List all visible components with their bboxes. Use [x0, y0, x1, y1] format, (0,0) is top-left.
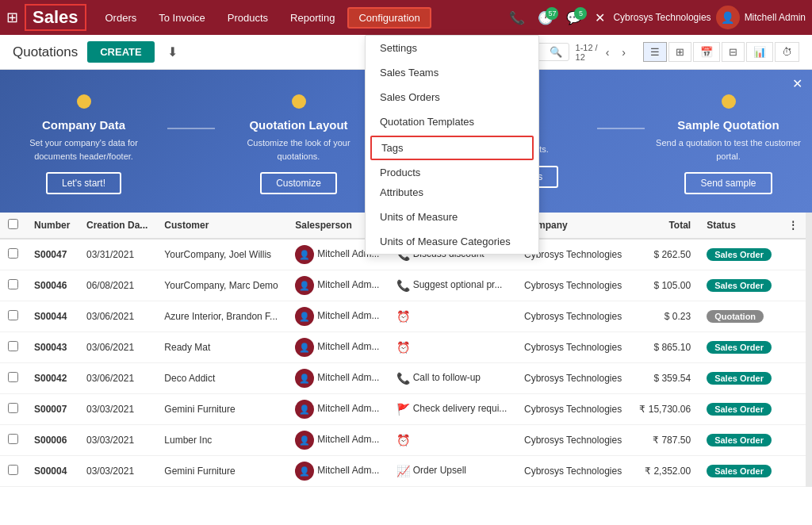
table-row[interactable]: S00043 03/06/2021 Ready Mat 👤Mitchell Ad… — [0, 332, 806, 363]
row-checkbox[interactable] — [8, 279, 18, 289]
prev-page-button[interactable]: ‹ — [601, 44, 615, 60]
col-total[interactable]: Total — [631, 213, 699, 239]
cell-number[interactable]: S00044 — [26, 301, 79, 332]
grid-icon[interactable]: ⊞ — [6, 9, 18, 26]
avatar[interactable]: 👤 — [716, 6, 740, 29]
menu-tags[interactable]: Tags — [370, 136, 534, 160]
select-all-checkbox[interactable] — [8, 219, 18, 229]
list-view-button[interactable]: ☰ — [643, 42, 667, 62]
status-badge: Sales Order — [707, 465, 772, 477]
col-date[interactable]: Creation Da... — [79, 213, 156, 239]
table-row[interactable]: S00006 03/03/2021 Lumber Inc 👤Mitchell A… — [0, 425, 806, 456]
row-checkbox-cell[interactable] — [0, 270, 26, 301]
col-number[interactable]: Number — [26, 213, 79, 239]
cell-number[interactable]: S00047 — [26, 239, 79, 270]
activity-view-button[interactable]: ⏱ — [775, 42, 799, 62]
table-row[interactable]: S00004 03/03/2021 Gemini Furniture 👤Mitc… — [0, 456, 806, 487]
cell-total: ₹ 787.50 — [631, 425, 699, 456]
cell-customer: Lumber Inc — [156, 425, 287, 456]
create-button[interactable]: CREATE — [87, 41, 154, 63]
cell-actions — [780, 363, 806, 394]
calendar-view-button[interactable]: 📅 — [693, 42, 720, 62]
cell-number[interactable]: S00042 — [26, 363, 79, 394]
nav-reporting[interactable]: Reporting — [281, 9, 344, 27]
menu-sales-teams[interactable]: Sales Teams — [366, 60, 538, 85]
cell-number[interactable]: S00007 — [26, 394, 79, 425]
status-badge: Sales Order — [707, 403, 772, 416]
clock-icon[interactable]: 🕐57 — [533, 10, 558, 25]
status-badge: Quotation — [707, 310, 764, 323]
row-checkbox[interactable] — [8, 310, 18, 320]
nav-configuration[interactable]: Configuration — [347, 7, 431, 29]
row-checkbox[interactable] — [8, 372, 18, 382]
step-desc-2: Customize the look of your quotations. — [224, 136, 373, 163]
cell-status: Sales Order — [699, 425, 780, 456]
table-row[interactable]: S00007 03/03/2021 Gemini Furniture 👤Mitc… — [0, 394, 806, 425]
app-brand[interactable]: Sales — [25, 4, 86, 31]
send-sample-button[interactable]: Send sample — [684, 172, 772, 194]
cell-number[interactable]: S00006 — [26, 425, 79, 456]
nav-orders[interactable]: Orders — [96, 9, 147, 27]
step-desc-4: Send a quotation to test the customer po… — [654, 136, 802, 163]
row-checkbox-cell[interactable] — [0, 363, 26, 394]
menu-quotation-templates[interactable]: Quotation Templates — [366, 109, 538, 134]
menu-units-of-measure-categories[interactable]: Units of Measure Categories — [366, 229, 538, 254]
row-checkbox[interactable] — [8, 248, 18, 259]
cell-activity: ⏰ — [389, 301, 516, 332]
phone-icon[interactable]: 📞 — [504, 10, 530, 25]
row-checkbox-cell[interactable] — [0, 425, 26, 456]
kanban-view-button[interactable]: ⊞ — [668, 42, 691, 62]
cell-activity: ⏰ — [389, 425, 516, 456]
nav-to-invoice[interactable]: To Invoice — [149, 9, 215, 27]
activity-icon: ⏰ — [396, 341, 410, 354]
cell-actions — [780, 332, 806, 363]
menu-attributes[interactable]: Attributes — [366, 180, 538, 205]
cell-actions — [780, 301, 806, 332]
row-checkbox[interactable] — [8, 465, 18, 475]
cell-activity: 📞Suggest optional pr... — [389, 270, 516, 301]
menu-products-header[interactable]: Products — [366, 162, 538, 180]
menu-sales-orders[interactable]: Sales Orders — [366, 85, 538, 109]
row-checkbox[interactable] — [8, 434, 18, 444]
step-title-4: Sample Quotation — [677, 118, 779, 132]
status-badge: Sales Order — [707, 434, 772, 446]
cell-number[interactable]: S00046 — [26, 270, 79, 301]
banner-step-layout: Quotation Layout Customize the look of y… — [215, 94, 382, 194]
banner-close-button[interactable]: ✕ — [792, 76, 802, 91]
cell-salesperson: 👤Mitchell Adm... — [287, 425, 388, 456]
step-connector-3 — [597, 128, 645, 129]
row-checkbox-cell[interactable] — [0, 394, 26, 425]
pagination-text: 1-12 / 12 — [576, 43, 598, 62]
cell-customer: Azure Interior, Brandon F... — [156, 301, 287, 332]
cell-company: Cybrosys Technologies — [516, 301, 631, 332]
grid-view-button[interactable]: ⊟ — [722, 42, 745, 62]
col-customer[interactable]: Customer — [156, 213, 287, 239]
settings-icon[interactable]: ✕ — [590, 10, 610, 25]
menu-settings[interactable]: Settings — [366, 36, 538, 60]
top-navigation: ⊞ Sales Orders To Invoice Products Repor… — [0, 0, 812, 35]
row-checkbox-cell[interactable] — [0, 456, 26, 487]
next-page-button[interactable]: › — [617, 44, 630, 60]
cell-number[interactable]: S00004 — [26, 456, 79, 487]
scrollbar[interactable] — [806, 213, 812, 487]
table-row[interactable]: S00044 03/06/2021 Azure Interior, Brando… — [0, 301, 806, 332]
row-checkbox-cell[interactable] — [0, 301, 26, 332]
table-row[interactable]: S00046 06/08/2021 YourCompany, Marc Demo… — [0, 270, 806, 301]
cell-number[interactable]: S00043 — [26, 332, 79, 363]
row-checkbox[interactable] — [8, 341, 18, 351]
chart-view-button[interactable]: 📊 — [746, 42, 773, 62]
row-checkbox-cell[interactable] — [0, 332, 26, 363]
download-icon[interactable]: ⬇ — [164, 41, 181, 63]
menu-units-of-measure[interactable]: Units of Measure — [366, 205, 538, 229]
message-icon[interactable]: 💬5 — [561, 10, 587, 25]
lets-start-button[interactable]: Let's start! — [46, 172, 121, 194]
customize-button[interactable]: Customize — [260, 172, 337, 194]
nav-products[interactable]: Products — [218, 9, 278, 27]
col-status[interactable]: Status — [699, 213, 780, 239]
row-checkbox-cell[interactable] — [0, 239, 26, 270]
select-all-header[interactable] — [0, 213, 26, 239]
cell-salesperson: 👤Mitchell Adm... — [287, 394, 388, 425]
table-row[interactable]: S00042 03/06/2021 Deco Addict 👤Mitchell … — [0, 363, 806, 394]
cell-status: Sales Order — [699, 270, 780, 301]
row-checkbox[interactable] — [8, 403, 18, 413]
